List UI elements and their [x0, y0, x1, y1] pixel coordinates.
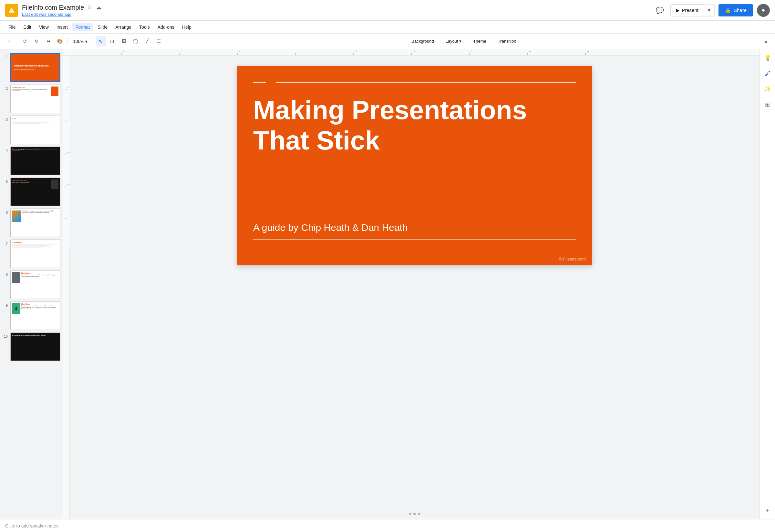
ruler-h-svg: 1 2 3 4 5 6 7 8 9 — [63, 49, 760, 55]
svg-text:4: 4 — [65, 186, 67, 187]
format-paint-button[interactable]: 🎨 — [55, 36, 65, 46]
background-button[interactable]: Background — [407, 37, 438, 46]
svg-text:1: 1 — [65, 89, 67, 90]
present-label: Present — [682, 7, 699, 13]
main-area: 1 Making Presentations That Stick A guid… — [0, 49, 775, 519]
slide-item-7[interactable]: 7 a. Examples — [0, 238, 63, 269]
slide-item-1[interactable]: 1 Making Presentations That Stick A guid… — [0, 52, 63, 83]
redo-button[interactable]: ↻ — [31, 36, 42, 46]
thumb1-title: Making Presentations That Stick — [14, 65, 57, 67]
add-button[interactable]: ＋ — [4, 36, 14, 46]
slide-short-line — [253, 82, 266, 83]
slide-item-9[interactable]: 9 📱 Meet Marco The world opened a connec… — [0, 300, 63, 331]
transition-button[interactable]: Transition — [494, 37, 521, 46]
explore-icon[interactable]: 💡 — [762, 53, 773, 63]
cursor-button[interactable]: ↖ — [96, 36, 106, 46]
image-button[interactable]: 🖼 — [119, 36, 129, 46]
svg-text:4: 4 — [296, 51, 299, 53]
slide-num-8: 8 — [3, 272, 8, 276]
slide-thumb-8: 👤 Meet Alberto He recently moved to a mo… — [10, 271, 60, 299]
collapse-toolbar-button[interactable]: ▲ — [761, 36, 771, 46]
layout-button[interactable]: Layout — [441, 37, 466, 46]
svg-text:7: 7 — [471, 51, 473, 53]
slide-num-7: 7 — [3, 241, 8, 245]
nav-dot-3[interactable] — [418, 513, 421, 515]
slide-item-10[interactable]: 10 A translation barrier left Alberto fe… — [0, 331, 63, 362]
slide-copyright: © FileInfo.com — [559, 257, 586, 261]
comment-tb-button[interactable]: ☰ — [154, 36, 164, 46]
slide-canvas[interactable]: Making Presentations That Stick A guide … — [237, 66, 592, 265]
theme-button[interactable]: Theme — [469, 37, 491, 46]
menu-addons[interactable]: Add-ons — [154, 23, 178, 31]
svg-text:5: 5 — [354, 51, 357, 53]
present-button[interactable]: ▶ Present — [670, 5, 704, 16]
svg-text:2: 2 — [180, 51, 183, 53]
menu-view[interactable]: View — [36, 23, 52, 31]
slide-thumb-4: How many languages do you need to know t… — [10, 147, 60, 175]
menu-file[interactable]: File — [5, 23, 19, 31]
menu-edit[interactable]: Edit — [20, 23, 35, 31]
speaker-notes[interactable]: Click to add speaker notes — [0, 519, 775, 532]
thumb3-line-1 — [12, 121, 58, 121]
menu-arrange[interactable]: Arrange — [112, 23, 135, 31]
zoom-control[interactable]: 100% ▾ — [70, 37, 90, 45]
canvas-content[interactable]: Making Presentations That Stick A guide … — [70, 56, 760, 519]
slide-panel: 1 Making Presentations That Stick A guid… — [0, 49, 63, 519]
thumb10-title: A translation barrier left Alberto feeli… — [12, 334, 58, 336]
text-box-button[interactable]: ⊡ — [107, 36, 117, 46]
present-dropdown[interactable]: ▾ — [704, 5, 714, 16]
thumb1-sub: A guide by Chip Heath & Dan Heath — [14, 69, 57, 70]
zoom-dropdown-icon: ▾ — [85, 39, 87, 44]
menu-help[interactable]: Help — [179, 23, 195, 31]
svg-text:1: 1 — [122, 51, 125, 53]
slide-item-8[interactable]: 8 👤 Meet Alberto He recently moved to a … — [0, 269, 63, 300]
slide-item-6[interactable]: 6 The Google Translate app can translate… — [0, 207, 63, 238]
present-icon: ▶ — [676, 7, 680, 13]
slide-num-2: 2 — [3, 87, 8, 90]
slide-item-4[interactable]: 4 How many languages do you need to know… — [0, 145, 63, 176]
thumb5-title: Just one! Your own. — [12, 179, 49, 181]
doc-title[interactable]: FileInfo.com Example — [22, 4, 84, 11]
present-group: ▶ Present ▾ — [670, 4, 715, 16]
slide-thumb-10: A translation barrier left Alberto feeli… — [10, 333, 60, 361]
slide-item-5[interactable]: 5 Just one! Your own. Write a little hel… — [0, 176, 63, 207]
slide-main-title[interactable]: Making Presentations That Stick — [253, 95, 576, 156]
undo-button[interactable]: ↺ — [20, 36, 30, 46]
thumb7-line-4 — [12, 247, 42, 248]
last-edit-link[interactable]: Last edit was seconds ago — [22, 12, 71, 17]
menu-insert[interactable]: Insert — [53, 23, 71, 31]
print-button[interactable]: 🖨 — [43, 36, 53, 46]
zoom-level: 100% — [73, 39, 85, 44]
nav-dot-1[interactable] — [409, 513, 412, 515]
svg-text:3: 3 — [239, 51, 241, 53]
thumb8-photo: 👤 — [12, 272, 20, 283]
expand-icon[interactable]: ⊞ — [762, 99, 773, 110]
add-icon[interactable]: ＋ — [762, 505, 773, 515]
menu-format[interactable]: Format — [72, 23, 93, 31]
thumb8-name: Meet Alberto — [21, 272, 59, 274]
menu-tools[interactable]: Tools — [136, 23, 153, 31]
thumb3-line-2 — [12, 122, 49, 123]
thumb9-photo: 📱 — [12, 303, 20, 314]
menu-slide[interactable]: Slide — [94, 23, 111, 31]
share-button[interactable]: 🔒 Share — [719, 4, 753, 16]
slide-item-2[interactable]: 2 Selling your idea Some text content ab… — [0, 83, 63, 114]
slide-item-3[interactable]: 3 1. Intro — [0, 114, 63, 145]
animation-icon[interactable]: ✨ — [762, 84, 773, 94]
nav-dot-2[interactable] — [413, 513, 416, 515]
line-button[interactable]: ╱ — [142, 36, 152, 46]
slide-thumb-3: 1. Intro — [10, 116, 60, 144]
comment-button[interactable]: 💬 — [653, 4, 666, 17]
slide-bottom-line — [253, 239, 576, 240]
ruler-v-svg: 1 2 3 4 5 — [63, 56, 70, 249]
slide-subtitle[interactable]: A guide by Chip Heath & Dan Heath — [253, 222, 576, 233]
star-icon[interactable]: ☆ — [87, 4, 92, 11]
paintbrush-icon[interactable]: 🖌 — [762, 68, 773, 79]
svg-text:2: 2 — [65, 121, 67, 122]
app-logo[interactable] — [5, 4, 18, 17]
user-avatar[interactable]: ● — [757, 4, 770, 17]
shapes-button[interactable]: ◯ — [130, 36, 141, 46]
cloud-icon[interactable]: ☁ — [96, 4, 101, 11]
slide-num-5: 5 — [3, 179, 8, 183]
thumb2-book-img — [51, 87, 58, 96]
